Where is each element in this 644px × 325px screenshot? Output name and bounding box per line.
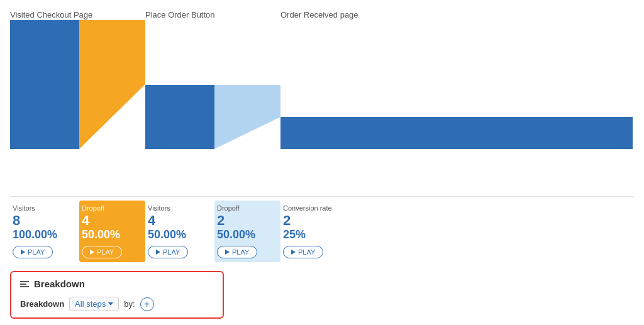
- play-button-dropoff-2[interactable]: PLAY: [217, 246, 257, 258]
- bar-step3-conversion: [280, 117, 633, 149]
- stat-visitors-1: Visitors 8 100.00% PLAY: [10, 201, 79, 262]
- dropdown-arrow-icon: [108, 302, 113, 306]
- main-container: Visited Checkout Page Place Order Button…: [0, 0, 644, 325]
- bar-step2-visitors: [145, 85, 214, 149]
- breakdown-controls: Breakdown All steps by: +: [20, 297, 214, 311]
- stat-visitors-2: Visitors 4 50.00% PLAY: [145, 201, 214, 262]
- breakdown-dropdown[interactable]: All steps: [69, 297, 119, 311]
- play-icon-5: [291, 250, 296, 255]
- stat-conversion-rate: Conversion rate 2 25% PLAY: [280, 201, 634, 262]
- play-icon-4: [225, 250, 230, 255]
- header-place-order: Place Order Button: [145, 9, 280, 20]
- add-breakdown-button[interactable]: +: [140, 297, 154, 311]
- play-icon-1: [21, 250, 25, 255]
- dropoff-triangle-2: [214, 85, 280, 149]
- play-button-visitors-2[interactable]: PLAY: [148, 246, 188, 258]
- dropoff-triangle-1: [79, 20, 145, 149]
- play-button-visitors-1[interactable]: PLAY: [13, 246, 53, 258]
- stat-dropoff-1: Dropoff 4 50.00% PLAY: [79, 201, 145, 262]
- play-button-conversion[interactable]: PLAY: [283, 246, 323, 258]
- play-icon-2: [90, 250, 94, 255]
- breakdown-section: Breakdown Breakdown All steps by: +: [10, 271, 224, 319]
- bar-step1-visitors: [10, 20, 79, 149]
- funnel-chart: [10, 20, 634, 191]
- breakdown-header: Breakdown: [20, 278, 214, 289]
- header-labels-row: Visited Checkout Page Place Order Button…: [10, 6, 634, 20]
- stats-row: Visitors 8 100.00% PLAY Dropoff 4 50.00%…: [10, 196, 634, 262]
- breakdown-icon: [20, 281, 29, 287]
- play-icon-3: [156, 250, 160, 255]
- play-button-dropoff-1[interactable]: PLAY: [82, 246, 122, 258]
- funnel-svg: [10, 20, 633, 149]
- stat-dropoff-2: Dropoff 2 50.00% PLAY: [214, 201, 280, 262]
- header-visited-checkout: Visited Checkout Page: [10, 9, 145, 20]
- header-order-received: Order Received page: [280, 9, 634, 20]
